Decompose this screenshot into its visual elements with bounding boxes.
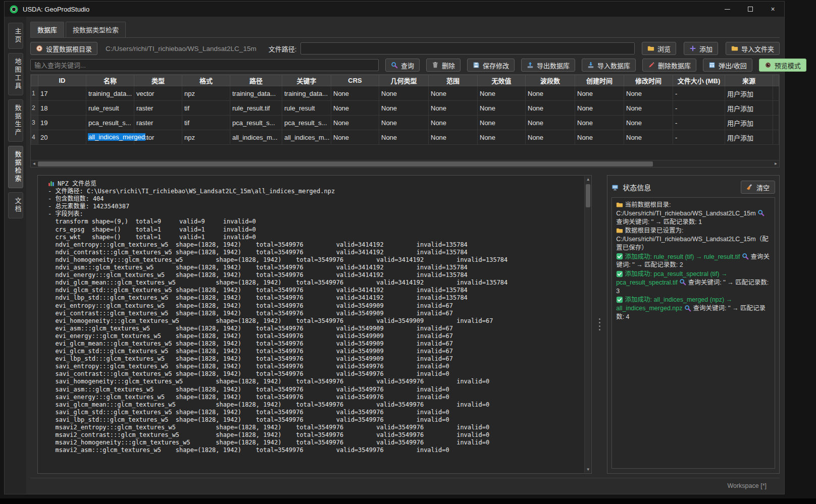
table-cell[interactable]: - bbox=[673, 130, 725, 145]
vertical-scrollbar[interactable]: ▲ ▼ bbox=[584, 176, 591, 473]
tab-search-by-type[interactable]: 按数据类型检索 bbox=[66, 22, 126, 37]
delete-db-button[interactable]: 删除数据库 bbox=[642, 59, 696, 72]
table-cell[interactable]: all_indices_m... bbox=[282, 130, 331, 145]
row-number[interactable]: 1 bbox=[31, 86, 38, 101]
column-header-11[interactable]: 创建时间 bbox=[575, 75, 624, 86]
table-cell[interactable]: tif bbox=[182, 116, 230, 130]
scroll-up-icon[interactable]: ▲ bbox=[585, 176, 591, 183]
column-header-7[interactable]: 几何类型 bbox=[379, 75, 429, 86]
scroll-down-icon[interactable]: ▼ bbox=[585, 466, 591, 473]
table-cell[interactable]: rule_result bbox=[282, 101, 331, 116]
table-cell[interactable]: training_data... bbox=[282, 86, 331, 101]
column-header-12[interactable]: 修改时间 bbox=[624, 75, 673, 86]
minimize-button[interactable] bbox=[716, 2, 739, 17]
table-cell[interactable]: None bbox=[478, 130, 526, 145]
scroll-right-icon[interactable]: ► bbox=[773, 160, 779, 167]
save-changes-button[interactable]: 保存修改 bbox=[467, 59, 515, 72]
table-cell[interactable]: - bbox=[673, 116, 725, 130]
table-cell[interactable]: 用户添加 bbox=[725, 130, 773, 145]
column-header-5[interactable]: 关键字 bbox=[282, 75, 331, 86]
table-cell[interactable]: None bbox=[331, 116, 379, 130]
table-cell[interactable]: None bbox=[379, 130, 429, 145]
editing-cell-selection[interactable]: all_indices_merged bbox=[88, 133, 145, 141]
row-number[interactable]: 4 bbox=[31, 130, 38, 145]
horizontal-scrollbar-thumb[interactable] bbox=[38, 161, 653, 166]
table-cell[interactable]: None bbox=[526, 116, 575, 130]
column-header-10[interactable]: 波段数 bbox=[526, 75, 575, 86]
table-cell[interactable]: training_data... bbox=[86, 86, 134, 101]
table-cell[interactable]: npz bbox=[182, 86, 230, 101]
column-header-6[interactable]: CRS bbox=[331, 75, 379, 86]
sidebar-item-data-production[interactable]: 数据生产 bbox=[8, 99, 23, 142]
column-header-9[interactable]: 无效值 bbox=[478, 75, 526, 86]
column-header-1[interactable]: 名称 bbox=[86, 75, 134, 86]
preview-mode-button[interactable]: 预览模式 bbox=[759, 59, 806, 72]
table-cell[interactable]: None bbox=[575, 116, 624, 130]
table-cell[interactable]: None bbox=[624, 130, 673, 145]
export-db-button[interactable]: 导出数据库 bbox=[521, 59, 575, 72]
table-cell[interactable]: None bbox=[379, 116, 429, 130]
popout-button[interactable]: 弹出/收回 bbox=[703, 59, 752, 72]
file-path-input[interactable] bbox=[300, 42, 635, 54]
table-cell[interactable]: 20 bbox=[38, 130, 86, 145]
table-cell[interactable]: 用户添加 bbox=[725, 116, 773, 130]
sidebar-item-home[interactable]: 主页 bbox=[8, 23, 23, 49]
table-cell[interactable]: raster bbox=[134, 101, 182, 116]
browse-button[interactable]: 浏览 bbox=[642, 42, 676, 55]
table-cell[interactable]: rule_result.tif bbox=[230, 101, 282, 116]
table-cell[interactable]: tif bbox=[182, 101, 230, 116]
table-cell[interactable]: 18 bbox=[38, 101, 86, 116]
column-header-8[interactable]: 范围 bbox=[429, 75, 478, 86]
column-header-3[interactable]: 格式 bbox=[182, 75, 230, 86]
table-cell[interactable]: None bbox=[379, 86, 429, 101]
table-cell[interactable]: - bbox=[673, 101, 725, 116]
table-cell[interactable]: None bbox=[331, 101, 379, 116]
table-cell[interactable]: None bbox=[478, 101, 526, 116]
table-cell[interactable]: npz bbox=[182, 130, 230, 145]
table-cell[interactable]: None bbox=[624, 101, 673, 116]
table-cell[interactable]: - bbox=[673, 86, 725, 101]
delete-button[interactable]: 删除 bbox=[426, 59, 461, 72]
table-cell[interactable]: rule_result bbox=[86, 101, 134, 116]
table-cell[interactable]: 17 bbox=[38, 86, 86, 101]
clear-button[interactable]: 清空 bbox=[741, 181, 775, 194]
table-cell[interactable]: None bbox=[429, 86, 478, 101]
table-cell[interactable]: None bbox=[575, 130, 624, 145]
close-button[interactable]: × bbox=[761, 2, 784, 17]
table-cell[interactable]: training_data... bbox=[230, 86, 282, 101]
table-cell[interactable]: 用户添加 bbox=[725, 86, 773, 101]
column-header-0[interactable]: ID bbox=[38, 75, 86, 86]
table-cell[interactable]: None bbox=[429, 101, 478, 116]
import-db-button[interactable]: 导入数据库 bbox=[582, 59, 636, 72]
table-cell[interactable]: None bbox=[526, 86, 575, 101]
maximize-button[interactable] bbox=[739, 2, 761, 17]
table-cell[interactable]: None bbox=[526, 101, 575, 116]
table-cell[interactable]: None bbox=[575, 101, 624, 116]
query-button[interactable]: 查询 bbox=[385, 59, 420, 72]
tab-database[interactable]: 数据库 bbox=[30, 22, 64, 37]
row-number[interactable]: 3 bbox=[31, 116, 38, 130]
table-cell[interactable]: 19 bbox=[38, 116, 86, 130]
table-cell[interactable]: None bbox=[624, 86, 673, 101]
table-cell[interactable]: pca_result_s... bbox=[282, 116, 331, 130]
table-cell[interactable]: raster bbox=[134, 116, 182, 130]
table-cell[interactable]: vector bbox=[134, 86, 182, 101]
scroll-left-icon[interactable]: ◄ bbox=[31, 160, 37, 167]
table-cell[interactable]: None bbox=[429, 116, 478, 130]
table-cell[interactable]: all_indices_merged bbox=[86, 130, 134, 145]
table-cell[interactable]: None bbox=[478, 116, 526, 130]
table-cell[interactable]: None bbox=[429, 130, 478, 145]
table-cell[interactable]: pca_result_s... bbox=[86, 116, 134, 130]
panel-splitter[interactable] bbox=[592, 175, 607, 474]
table-cell[interactable]: None bbox=[575, 86, 624, 101]
table-cell[interactable]: None bbox=[478, 86, 526, 101]
import-folder-button[interactable]: 导入文件夹 bbox=[726, 42, 780, 55]
table-cell[interactable]: 用户添加 bbox=[725, 101, 773, 116]
column-header-4[interactable]: 路径 bbox=[230, 75, 282, 86]
table-cell[interactable]: None bbox=[526, 130, 575, 145]
table-cell[interactable]: None bbox=[624, 116, 673, 130]
set-root-button[interactable]: 设置数据根目录 bbox=[30, 42, 97, 55]
table-cell[interactable]: pca_result_s... bbox=[230, 116, 282, 130]
horizontal-scrollbar[interactable]: ◄ ► bbox=[31, 160, 779, 167]
table-cell[interactable]: None bbox=[331, 86, 379, 101]
